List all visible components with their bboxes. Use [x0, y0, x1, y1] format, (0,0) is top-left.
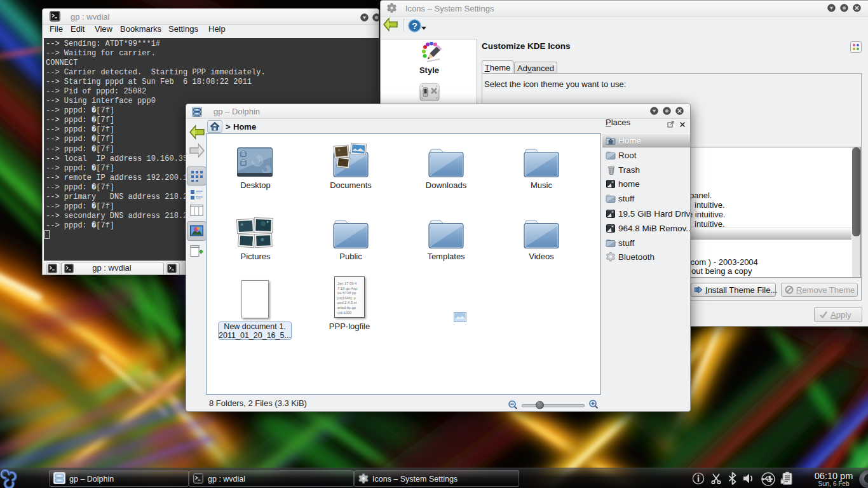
- svg-text:?: ?: [412, 21, 417, 31]
